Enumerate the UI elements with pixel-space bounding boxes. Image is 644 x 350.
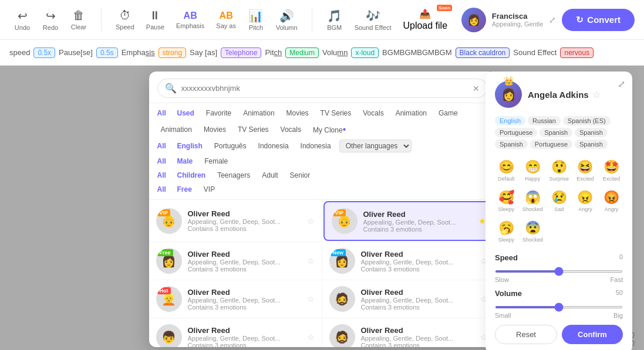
- filter-adult[interactable]: Adult: [258, 170, 281, 181]
- emphasis-button[interactable]: AB Emphasis: [171, 8, 209, 32]
- other-languages-select[interactable]: Other languages: [339, 140, 412, 152]
- upload-button[interactable]: Soon 📤 Upload file: [398, 6, 452, 33]
- filter-used[interactable]: Used: [174, 108, 198, 118]
- voice-card[interactable]: VIP 👴 Oliver Reed Appealing, Gentle, Dee…: [149, 200, 322, 242]
- voice-card[interactable]: 👦 Oliver Reed Appealing, Gentle, Deep, S…: [149, 318, 322, 347]
- voice-card[interactable]: Hot 👱 Oliver Reed Appealing, Gentle, Dee…: [149, 280, 322, 318]
- emotion-sleepy-1[interactable]: 🥰Sleepy: [495, 188, 518, 215]
- voice-card[interactable]: 🧔 Oliver Reed Appealing, Gentle, Deep, S…: [322, 318, 495, 347]
- filter-all-age[interactable]: All: [157, 171, 169, 179]
- speed-slider[interactable]: [495, 270, 623, 273]
- tag-pitch-value[interactable]: Medium: [285, 47, 319, 58]
- filter-vip[interactable]: VIP: [200, 184, 218, 195]
- lang-tag-russian[interactable]: Russian: [528, 116, 561, 125]
- emotion-sad[interactable]: 😢Sad: [548, 188, 571, 215]
- filter-myclone[interactable]: My Clone•: [309, 123, 349, 136]
- filter-movies-1[interactable]: Movies: [283, 108, 312, 118]
- tag-say-as-value[interactable]: Telephone: [221, 47, 261, 58]
- expand-icon[interactable]: ⤢: [549, 15, 556, 25]
- filter-tvseries-1[interactable]: TV Series: [317, 108, 355, 118]
- say-as-button[interactable]: AB Say as: [211, 8, 241, 32]
- filter-senior[interactable]: Senior: [286, 170, 314, 181]
- lang-tag-spanish-es[interactable]: Spanish (ES): [563, 116, 611, 125]
- volume-slider[interactable]: [495, 306, 623, 308]
- panel-close-icon[interactable]: ⤢: [618, 79, 625, 90]
- emotion-shocked-2[interactable]: 😨Shocked: [521, 218, 544, 245]
- tag-volume-value[interactable]: x-loud: [351, 47, 379, 58]
- star-icon[interactable]: ☆: [307, 294, 315, 304]
- filter-animation-2[interactable]: Animation: [392, 108, 430, 118]
- reset-button[interactable]: Reset: [495, 325, 557, 344]
- filter-all-lang[interactable]: All: [157, 142, 169, 150]
- lang-tag-portuguese[interactable]: Portuguese: [495, 128, 537, 137]
- star-icon[interactable]: ☆: [307, 256, 315, 266]
- tag-emphasis-value[interactable]: strong: [159, 47, 186, 58]
- filter-all-price[interactable]: All: [157, 185, 169, 193]
- filter-game[interactable]: Game: [435, 108, 461, 118]
- filter-animation-1[interactable]: Animation: [240, 108, 278, 118]
- voice-info: Oliver Reed Appealing, Gentle, Deep, Soo…: [188, 209, 301, 232]
- filter-favorite[interactable]: Favorite: [203, 108, 235, 118]
- voice-info: Oliver Reed Appealing, Gentle, Deep, Soo…: [363, 210, 473, 233]
- filter-movies-2[interactable]: Movies: [200, 124, 230, 135]
- tag-pause-value[interactable]: 0.5s: [96, 47, 118, 58]
- bgm-button[interactable]: 🎵 BGM: [322, 6, 348, 33]
- filter-indonesia-1[interactable]: Indonesia: [255, 141, 292, 151]
- emotion-sleepy-2[interactable]: 🥱Sleepy: [495, 218, 518, 245]
- filter-female[interactable]: Female: [201, 156, 231, 166]
- filter-indonesia-2[interactable]: Indonesia: [297, 141, 335, 151]
- lang-tag-spanish-1[interactable]: Spanish: [540, 128, 572, 137]
- clear-button[interactable]: 🗑 Clear: [66, 6, 92, 33]
- pitch-button[interactable]: 📊 Pitch: [243, 6, 269, 33]
- star-icon[interactable]: ★: [478, 216, 486, 226]
- filter-free[interactable]: Free: [174, 184, 195, 195]
- emotion-excited-1[interactable]: 😆Excited: [574, 157, 597, 184]
- tag-speed-value[interactable]: 0.5x: [33, 47, 55, 58]
- undo-button[interactable]: ↩ Undo: [9, 6, 35, 33]
- lang-tag-spanish-4[interactable]: Spanish: [575, 140, 608, 149]
- emotion-surprise[interactable]: 😲Surprise: [548, 157, 571, 184]
- filter-all-gender[interactable]: All: [157, 157, 169, 165]
- filter-tvseries-2[interactable]: TV Series: [234, 124, 272, 135]
- emotion-happy[interactable]: 😁Happy: [521, 157, 544, 184]
- filter-vocals-2[interactable]: Vocals: [277, 124, 305, 135]
- emotion-angry-1[interactable]: 😠Angry: [574, 188, 597, 215]
- filter-all-category[interactable]: All: [157, 109, 169, 117]
- pause-button[interactable]: ⏸ Pause: [141, 6, 169, 33]
- lang-tag-english[interactable]: English: [495, 116, 525, 125]
- voice-card[interactable]: New 👩 Oliver Reed Appealing, Gentle, Dee…: [322, 242, 495, 280]
- star-icon[interactable]: ☆: [307, 332, 315, 342]
- emotion-excited-2[interactable]: 🤩Excited: [600, 157, 623, 184]
- filter-vocals-1[interactable]: Vocals: [359, 108, 387, 118]
- panel-star-icon[interactable]: ☆: [592, 89, 601, 100]
- confirm-button[interactable]: Confirm: [562, 325, 623, 344]
- convert-button[interactable]: ↻ Convert: [562, 9, 635, 31]
- lang-tag-spanish-2[interactable]: Spanish: [575, 128, 608, 137]
- filter-male[interactable]: Male: [174, 156, 197, 166]
- filter-animation-3[interactable]: Animation: [157, 124, 195, 135]
- search-input[interactable]: [181, 84, 468, 93]
- filter-children[interactable]: Children: [174, 170, 210, 181]
- lang-tag-spanish-3[interactable]: Spanish: [495, 140, 528, 149]
- voice-card[interactable]: Free 👩 Oliver Reed Appealing, Gentle, De…: [149, 242, 322, 280]
- emotion-angry-2[interactable]: 😡Angry: [600, 188, 623, 215]
- volume-slider-header: Volume 50: [495, 289, 623, 298]
- emotion-shocked-1[interactable]: 😱Shocked: [521, 188, 544, 215]
- filter-english[interactable]: English: [174, 141, 206, 151]
- sound-effect-button[interactable]: 🎶 Sound Effect: [350, 6, 396, 33]
- filter-portugues[interactable]: Português: [211, 141, 250, 151]
- star-icon[interactable]: ☆: [307, 216, 315, 226]
- speed-button[interactable]: ⏱ Speed: [111, 6, 139, 33]
- redo-icon: ↪: [46, 9, 56, 23]
- tag-sfx-value[interactable]: nervous: [560, 47, 594, 58]
- voice-card-selected[interactable]: VIP 👴 Oliver Reed Appealing, Gentle, Dee…: [323, 201, 494, 241]
- voice-card[interactable]: 🧔 Oliver Reed Appealing, Gentle, Deep, S…: [322, 280, 495, 318]
- filter-teenagers[interactable]: Teenagers: [214, 170, 254, 181]
- search-clear-icon[interactable]: ✕: [473, 84, 480, 93]
- emotion-default[interactable]: 😊Default: [495, 157, 518, 184]
- redo-button[interactable]: ↪ Redo: [38, 6, 63, 33]
- volume-button[interactable]: 🔊 Volumn: [271, 6, 302, 33]
- lang-tag-portuguese-2[interactable]: Portuguese: [530, 140, 572, 149]
- speed-fast-label: Fast: [611, 276, 623, 283]
- tag-bgm-value[interactable]: Black cauldron: [456, 47, 510, 58]
